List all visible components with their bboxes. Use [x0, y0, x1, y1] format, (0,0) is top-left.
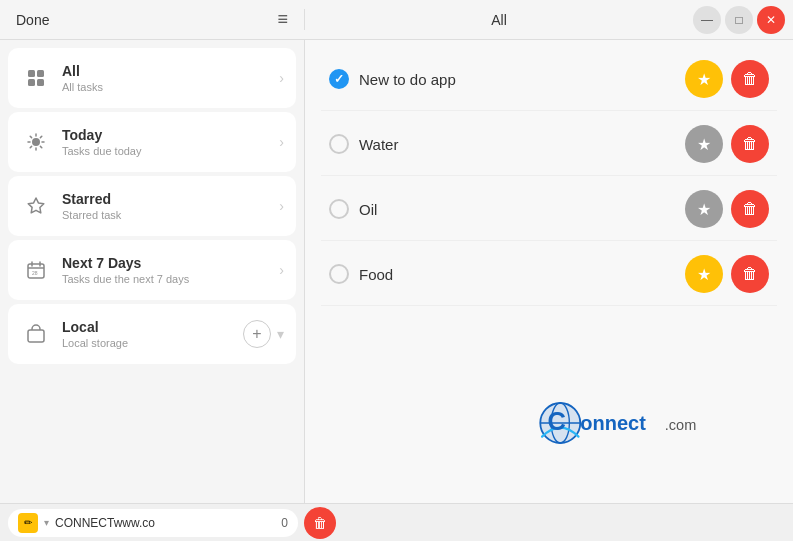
account-label: CONNECTwww.co: [55, 516, 275, 530]
task-checkbox-4[interactable]: [329, 264, 349, 284]
task-list: New to do app ★ 🗑 Water ★ 🗑: [305, 40, 793, 314]
delete-account-button[interactable]: 🗑: [304, 507, 336, 539]
star-icon: [20, 190, 52, 222]
title-bar-center: All: [305, 12, 693, 28]
account-chevron-icon: ▾: [44, 517, 49, 528]
logo-area: C onnect .com: [533, 383, 733, 463]
delete-button-4[interactable]: 🗑: [731, 255, 769, 293]
sidebar-item-local-text: Local Local storage: [62, 319, 243, 349]
connect-logo: C onnect .com: [533, 383, 733, 463]
task-item: New to do app ★ 🗑: [321, 48, 777, 111]
app-window: Done ≡ All — □ ✕: [0, 0, 793, 541]
chevron-right-icon: ›: [279, 70, 284, 86]
close-button[interactable]: ✕: [757, 6, 785, 34]
maximize-button[interactable]: □: [725, 6, 753, 34]
task-label-2: Water: [359, 136, 675, 153]
menu-icon[interactable]: ≡: [277, 9, 288, 30]
task-actions-4: ★ 🗑: [685, 255, 769, 293]
sidebar-item-local-title: Local: [62, 319, 243, 335]
sidebar-item-today-title: Today: [62, 127, 279, 143]
minimize-button[interactable]: —: [693, 6, 721, 34]
title-bar-left: Done ≡: [0, 9, 305, 30]
star-button-2[interactable]: ★: [685, 125, 723, 163]
sidebar-item-all-title: All: [62, 63, 279, 79]
svg-point-4: [32, 138, 40, 146]
calendar-icon: 28: [20, 254, 52, 286]
sidebar-item-starred[interactable]: Starred Starred task ›: [8, 176, 296, 236]
task-item: Food ★ 🗑: [321, 243, 777, 306]
main-content: All All tasks ›: [0, 40, 793, 503]
grid-icon: [20, 62, 52, 94]
svg-text:C: C: [548, 407, 566, 435]
sidebar-item-next7days[interactable]: 28 Next 7 Days Tasks due the next 7 days…: [8, 240, 296, 300]
svg-rect-18: [28, 330, 44, 342]
sidebar-item-starred-text: Starred Starred task: [62, 191, 279, 221]
sun-icon: [20, 126, 52, 158]
sidebar-item-local-subtitle: Local storage: [62, 337, 243, 349]
chevron-down-icon[interactable]: ▾: [277, 326, 284, 342]
chevron-right-icon: ›: [279, 198, 284, 214]
sidebar-item-today-text: Today Tasks due today: [62, 127, 279, 157]
star-button-3[interactable]: ★: [685, 190, 723, 228]
svg-text:.com: .com: [665, 417, 697, 433]
sidebar-item-starred-title: Starred: [62, 191, 279, 207]
task-checkbox-2[interactable]: [329, 134, 349, 154]
task-actions-2: ★ 🗑: [685, 125, 769, 163]
task-label-3: Oil: [359, 201, 675, 218]
window-controls: — □ ✕: [693, 6, 793, 34]
task-area: New to do app ★ 🗑 Water ★ 🗑: [305, 40, 793, 503]
sidebar-item-next7days-title: Next 7 Days: [62, 255, 279, 271]
svg-rect-3: [37, 79, 44, 86]
task-actions-3: ★ 🗑: [685, 190, 769, 228]
add-local-button[interactable]: +: [243, 320, 271, 348]
account-icon: ✏: [18, 513, 38, 533]
svg-rect-2: [28, 79, 35, 86]
star-button-1[interactable]: ★: [685, 60, 723, 98]
sidebar-item-starred-subtitle: Starred task: [62, 209, 279, 221]
sidebar: All All tasks ›: [0, 40, 305, 503]
svg-line-10: [40, 146, 41, 147]
sidebar-item-next7days-text: Next 7 Days Tasks due the next 7 days: [62, 255, 279, 285]
local-actions: + ▾: [243, 320, 284, 348]
sidebar-item-today[interactable]: Today Tasks due today ›: [8, 112, 296, 172]
chevron-right-icon: ›: [279, 134, 284, 150]
svg-line-9: [30, 136, 31, 137]
svg-line-12: [30, 146, 31, 147]
center-title: All: [491, 12, 507, 28]
delete-button-3[interactable]: 🗑: [731, 190, 769, 228]
title-bar: Done ≡ All — □ ✕: [0, 0, 793, 40]
sidebar-item-local[interactable]: Local Local storage + ▾: [8, 304, 296, 364]
sidebar-item-all-text: All All tasks: [62, 63, 279, 93]
delete-button-1[interactable]: 🗑: [731, 60, 769, 98]
svg-rect-1: [37, 70, 44, 77]
sidebar-item-today-subtitle: Tasks due today: [62, 145, 279, 157]
chevron-right-icon: ›: [279, 262, 284, 278]
task-checkbox-3[interactable]: [329, 199, 349, 219]
star-button-4[interactable]: ★: [685, 255, 723, 293]
svg-line-11: [40, 136, 41, 137]
svg-text:onnect: onnect: [580, 412, 646, 434]
account-item[interactable]: ✏ ▾ CONNECTwww.co 0: [8, 509, 298, 537]
account-count: 0: [281, 516, 288, 530]
task-item: Water ★ 🗑: [321, 113, 777, 176]
delete-button-2[interactable]: 🗑: [731, 125, 769, 163]
sidebar-item-next7days-subtitle: Tasks due the next 7 days: [62, 273, 279, 285]
task-label-4: Food: [359, 266, 675, 283]
sidebar-item-all[interactable]: All All tasks ›: [8, 48, 296, 108]
local-icon: [20, 318, 52, 350]
svg-rect-0: [28, 70, 35, 77]
svg-text:28: 28: [32, 270, 38, 276]
account-icon-symbol: ✏: [24, 517, 32, 528]
task-item: Oil ★ 🗑: [321, 178, 777, 241]
task-actions-1: ★ 🗑: [685, 60, 769, 98]
bottom-bar: ✏ ▾ CONNECTwww.co 0 🗑: [0, 503, 793, 541]
sidebar-item-all-subtitle: All tasks: [62, 81, 279, 93]
task-label-1: New to do app: [359, 71, 675, 88]
task-checkbox-1[interactable]: [329, 69, 349, 89]
left-title: Done: [16, 12, 49, 28]
